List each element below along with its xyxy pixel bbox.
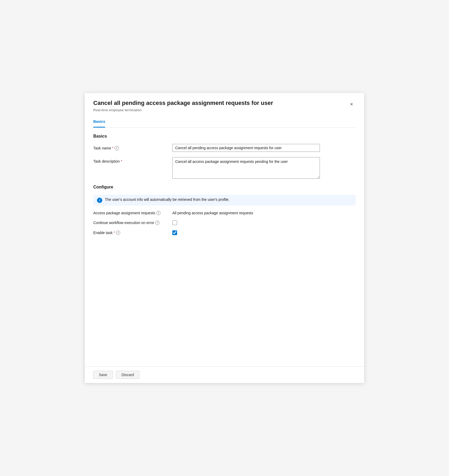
task-name-input-wrapper: [172, 144, 356, 152]
task-description-label: Task description *: [93, 157, 172, 163]
task-name-info-icon[interactable]: i: [115, 146, 119, 150]
continue-workflow-label: Continue workflow execution on error i: [93, 221, 172, 225]
access-package-row: Access package assignment requests i All…: [93, 211, 356, 215]
task-description-row: Task description *: [93, 157, 356, 179]
dialog-header: Cancel all pending access package assign…: [85, 93, 364, 116]
enable-task-checkbox[interactable]: [172, 230, 177, 235]
enable-task-row: Enable task * i: [93, 230, 356, 235]
dialog: Cancel all pending access package assign…: [85, 93, 364, 383]
enable-task-info-icon[interactable]: i: [116, 231, 120, 235]
task-description-required: *: [121, 159, 122, 163]
dialog-title: Cancel all pending access package assign…: [93, 99, 347, 107]
dialog-footer: Save Discard: [85, 366, 364, 383]
close-button[interactable]: ×: [347, 100, 356, 108]
save-button[interactable]: Save: [93, 371, 113, 379]
configure-section: Configure i The user's account info will…: [93, 185, 356, 235]
continue-workflow-info-icon[interactable]: i: [155, 221, 159, 225]
continue-workflow-checkbox[interactable]: [172, 220, 177, 225]
task-description-input[interactable]: [172, 157, 320, 179]
task-name-row: Task name * i: [93, 144, 356, 152]
info-banner-icon: i: [97, 198, 102, 203]
tabs-bar: Basics: [93, 116, 356, 128]
basics-section-heading: Basics: [93, 134, 356, 139]
dialog-subtitle: Real-time employee termination: [93, 108, 347, 112]
continue-workflow-checkbox-wrapper: [172, 220, 177, 225]
tab-basics[interactable]: Basics: [93, 116, 105, 128]
enable-task-label: Enable task * i: [93, 231, 172, 235]
task-name-label: Task name * i: [93, 144, 172, 150]
access-package-value: All pending access package assignment re…: [172, 211, 253, 215]
dialog-title-group: Cancel all pending access package assign…: [93, 99, 347, 112]
access-package-info-icon[interactable]: i: [156, 211, 160, 215]
info-banner-text: The user's account info will automatical…: [105, 197, 230, 202]
task-name-required: *: [112, 146, 114, 150]
task-description-input-wrapper: [172, 157, 356, 179]
configure-section-heading: Configure: [93, 185, 356, 190]
enable-task-checkbox-wrapper: [172, 230, 177, 235]
access-package-label: Access package assignment requests i: [93, 211, 172, 215]
enable-task-required: *: [114, 231, 115, 235]
continue-workflow-row: Continue workflow execution on error i: [93, 220, 356, 225]
close-icon: ×: [350, 101, 353, 107]
info-banner: i The user's account info will automatic…: [93, 195, 356, 206]
task-name-input[interactable]: [172, 144, 320, 152]
discard-button[interactable]: Discard: [116, 371, 139, 379]
dialog-body: Basics Basics Task name * i Task descrip…: [85, 116, 364, 366]
